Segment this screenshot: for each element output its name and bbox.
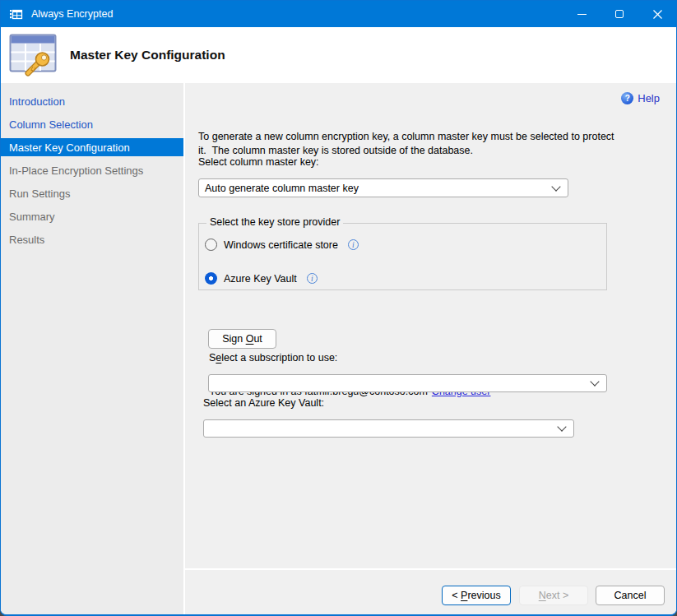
subscription-label: Select a subscription to use: [209,352,337,364]
footer-divider [185,568,676,570]
radio-windows-certificate-store[interactable] [205,239,217,251]
info-icon[interactable]: i [348,239,359,250]
key-store-provider-group: Select the key store provider Windows ce… [198,223,607,290]
always-encrypted-dialog: Always Encrypted [0,0,677,616]
page-title: Master Key Configuration [70,27,225,83]
close-button[interactable] [638,1,676,27]
master-key-configuration-page: ? Help To generate a new column encrypti… [185,83,676,614]
title-bar[interactable]: Always Encrypted [1,1,676,27]
subscription-dropdown[interactable] [208,374,607,392]
help-label: Help [638,92,660,104]
sidebar-item-master-key-configuration[interactable]: Master Key Configuration [1,136,183,159]
windows-certificate-store-option[interactable]: Windows certificate store i [205,239,359,251]
chevron-down-icon [557,422,566,431]
azure-key-vault-option[interactable]: Azure Key Vault i [205,272,318,285]
sidebar-item-column-selection[interactable]: Column Selection [1,113,183,136]
help-icon: ? [621,92,633,104]
radio-label[interactable]: Windows certificate store [224,239,338,251]
master-key-dropdown[interactable]: Auto generate column master key [198,178,568,197]
maximize-button[interactable] [600,1,638,27]
sidebar-item-run-settings[interactable]: Run Settings [1,182,183,205]
info-icon[interactable]: i [307,273,318,284]
wizard-header: Master Key Configuration [1,27,676,83]
wizard-steps-sidebar: Introduction Column Selection Master Key… [1,83,183,614]
maximize-icon [615,10,624,18]
sidebar-item-results[interactable]: Results [1,228,183,251]
sidebar-item-in-place-encryption-settings[interactable]: In-Place Encryption Settings [1,159,183,182]
window-title: Always Encrypted [31,1,113,27]
app-table-key-icon [9,7,23,21]
key-store-provider-legend: Select the key store provider [206,216,343,228]
sidebar-item-introduction[interactable]: Introduction [1,90,183,113]
cancel-button[interactable]: Cancel [596,586,665,605]
previous-button[interactable]: < Previous [442,586,511,605]
page-description: To generate a new column encryption key,… [198,130,671,157]
sign-out-button[interactable]: Sign Out [208,329,276,349]
radio-label[interactable]: Azure Key Vault [224,273,297,285]
table-with-gold-key-icon [9,34,57,76]
sidebar-item-summary[interactable]: Summary [1,205,183,228]
help-link[interactable]: ? Help [621,92,660,104]
next-button[interactable]: Next > [519,586,588,605]
minimize-button[interactable] [563,1,600,27]
master-key-label: Select column master key: [198,156,319,168]
radio-azure-key-vault[interactable] [205,272,217,285]
minimize-icon [577,14,587,15]
key-vault-label: Select an Azure Key Vault: [203,397,324,409]
master-key-dropdown-value: Auto generate column master key [205,183,359,194]
close-icon [653,10,662,19]
chevron-down-icon [590,377,599,386]
key-vault-dropdown[interactable] [203,419,574,438]
chevron-down-icon [551,182,560,191]
